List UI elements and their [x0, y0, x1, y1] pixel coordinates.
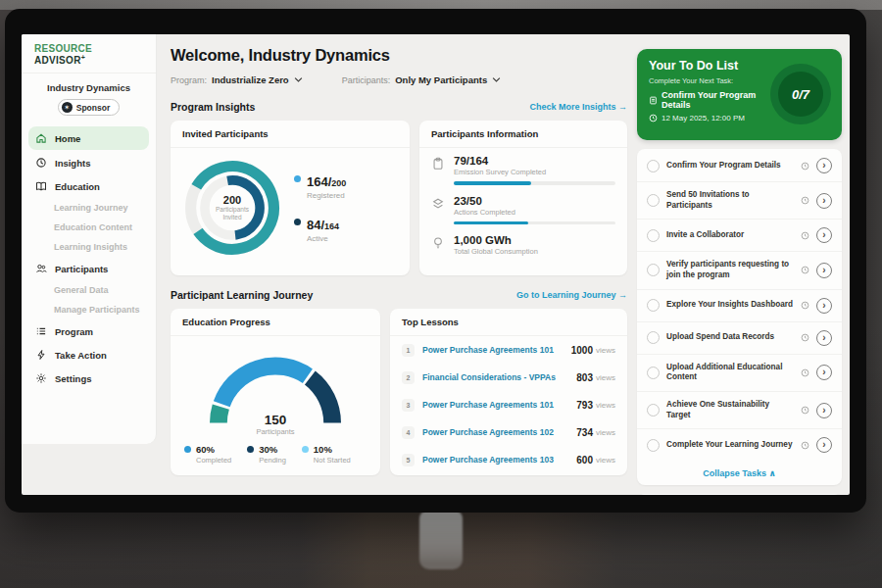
not-started-value: 10% [314, 444, 351, 455]
sidebar-item-settings[interactable]: Settings [22, 367, 156, 390]
rank-badge: 4 [402, 426, 415, 439]
lesson-link[interactable]: Power Purchase Agreements 101 [422, 400, 576, 410]
lesson-link[interactable]: Power Purchase Agreements 103 [422, 455, 576, 465]
education-progress-card: Education Progress 150 Participants 60% … [171, 309, 380, 475]
sidebar-item-insights[interactable]: Insights [22, 151, 156, 174]
donut-chart: 200 Participants Invited [180, 156, 284, 260]
views-count: 793 [576, 400, 593, 411]
todo-hero-card: Your To Do List Complete Your Next Task:… [637, 49, 842, 140]
collapse-label: Collapse Tasks [703, 468, 766, 478]
task-checkbox[interactable] [647, 439, 660, 452]
book-icon [35, 180, 47, 192]
completed-value: 60% [196, 444, 231, 455]
legend-completed: 60% Completed [184, 444, 231, 465]
check-more-insights-link[interactable]: Check More Insights → [529, 102, 627, 112]
task-row[interactable]: Send 50 Invitations to Participants › [637, 182, 842, 220]
logo-resource: RESOURCE [34, 43, 92, 54]
participants-label: Participants: [342, 75, 391, 85]
todo-task-list: Confirm Your Program Details › Send 50 I… [637, 149, 842, 485]
consumption-label: Total Global Consumption [454, 247, 615, 256]
donut-center-label: 200 Participants Invited [180, 156, 284, 260]
task-row[interactable]: Complete Your Learning Journey › [637, 429, 842, 461]
sidebar-item-participants[interactable]: Participants [22, 257, 156, 280]
task-open-button[interactable]: › [816, 263, 832, 278]
logo-advisor: ADVISOR [34, 55, 81, 66]
task-checkbox[interactable] [647, 299, 660, 312]
sidebar-item-home[interactable]: Home [28, 126, 149, 150]
task-row[interactable]: Verify participants requesting to join t… [637, 252, 842, 289]
sponsor-label: Sponsor [76, 103, 110, 113]
due-date-label: 12 May 2025, 12:00 PM [662, 114, 745, 122]
task-checkbox[interactable] [647, 194, 660, 207]
task-open-button[interactable]: › [816, 227, 832, 243]
participants-select[interactable]: Participants: Only My Participants [342, 74, 502, 85]
filter-bar: Program: Industrialize Zero Participants… [171, 74, 627, 85]
lesson-link[interactable]: Financial Considerations - VPPAs [422, 372, 576, 382]
sidebar-item-learning-insights[interactable]: Learning Insights [22, 237, 156, 257]
sidebar-item-take-action[interactable]: Take Action [22, 343, 156, 367]
gear-icon [35, 372, 47, 384]
lesson-link[interactable]: Power Purchase Agreements 101 [422, 345, 571, 355]
recent-news-title: Recent News [637, 494, 842, 495]
task-open-button[interactable]: › [816, 330, 832, 346]
emission-survey-value: 79/164 [454, 155, 615, 167]
task-open-button[interactable]: › [816, 365, 832, 380]
task-open-button[interactable]: › [816, 298, 832, 314]
sidebar-item-manage-participants[interactable]: Manage Participants [22, 300, 156, 319]
task-checkbox[interactable] [647, 160, 660, 172]
insights-cards-row: Invited Participants 200 Participants In… [171, 121, 627, 275]
task-open-button[interactable]: › [816, 437, 832, 453]
emission-survey-row: 79/164 Emission Survey Completed [431, 155, 615, 191]
task-row[interactable]: Upload Spend Data Records › [637, 322, 842, 355]
sponsor-icon: ✶ [62, 102, 73, 113]
learning-cards-row: Education Progress 150 Participants 60% … [171, 309, 627, 475]
section-title: Program Insights [171, 101, 255, 113]
top-lessons-card: Top Lessons 1 Power Purchase Agreements … [390, 309, 627, 475]
pending-dot-icon [247, 446, 254, 453]
gauge-caption: Participants [188, 427, 363, 436]
sidebar-item-general-data[interactable]: General Data [22, 280, 156, 300]
sponsor-badge: ✶ Sponsor [58, 99, 120, 116]
task-checkbox[interactable] [647, 367, 660, 379]
collapse-tasks-link[interactable]: Collapse Tasks ∧ [637, 461, 842, 485]
task-checkbox[interactable] [647, 331, 660, 344]
sidebar-item-label: Program [55, 326, 93, 337]
task-row[interactable]: Upload Additional Educational Content › [637, 355, 842, 392]
card-title: Top Lessons [390, 309, 627, 336]
task-checkbox[interactable] [647, 229, 660, 242]
go-to-learning-journey-link[interactable]: Go to Learning Journey → [516, 290, 627, 300]
task-row[interactable]: Explore Your Insights Dashboard › [637, 290, 842, 322]
task-label: Complete Your Learning Journey [666, 440, 794, 451]
task-open-button[interactable]: › [816, 403, 832, 418]
gauge-legend: 60% Completed 30% Pending 10% Not Starte… [171, 436, 380, 465]
sidebar-item-label: Settings [55, 373, 91, 384]
legend-registered: 164/200 Registered [294, 172, 346, 200]
lightbulb-icon [431, 236, 445, 250]
task-checkbox[interactable] [647, 404, 660, 416]
chevron-down-icon [492, 76, 501, 83]
program-select[interactable]: Program: Industrialize Zero [171, 74, 303, 85]
task-open-button[interactable]: › [816, 193, 832, 209]
sidebar-item-education[interactable]: Education [22, 174, 156, 198]
sidebar-item-education-content[interactable]: Education Content [22, 218, 156, 237]
task-open-button[interactable]: › [816, 158, 832, 173]
task-row[interactable]: Invite a Collaborator › [637, 220, 842, 252]
donut-chart-area: 200 Participants Invited 164/200 Registe… [171, 148, 410, 268]
lesson-link[interactable]: Power Purchase Agreements 102 [422, 427, 576, 437]
task-row[interactable]: Achieve One Sustainability Target › [637, 392, 842, 429]
sidebar-item-program[interactable]: Program [22, 319, 156, 343]
task-checkbox[interactable] [647, 264, 660, 276]
org-name: Industry Dynamics [22, 82, 156, 93]
task-row[interactable]: Confirm Your Program Details › [637, 150, 842, 182]
views-count: 734 [576, 427, 593, 438]
completed-dot-icon [184, 446, 191, 453]
registered-label: Registered [307, 191, 346, 200]
clock-icon [801, 196, 809, 205]
pending-label: Pending [259, 456, 286, 465]
legend-active: 84/164 Active [294, 216, 346, 243]
rank-badge: 5 [402, 454, 415, 466]
lesson-row: 3 Power Purchase Agreements 101 793views [390, 391, 627, 418]
gauge-chart: 150 Participants [188, 344, 363, 436]
sidebar-item-learning-journey[interactable]: Learning Journey [22, 198, 156, 218]
arrow-right-icon: → [618, 290, 627, 300]
